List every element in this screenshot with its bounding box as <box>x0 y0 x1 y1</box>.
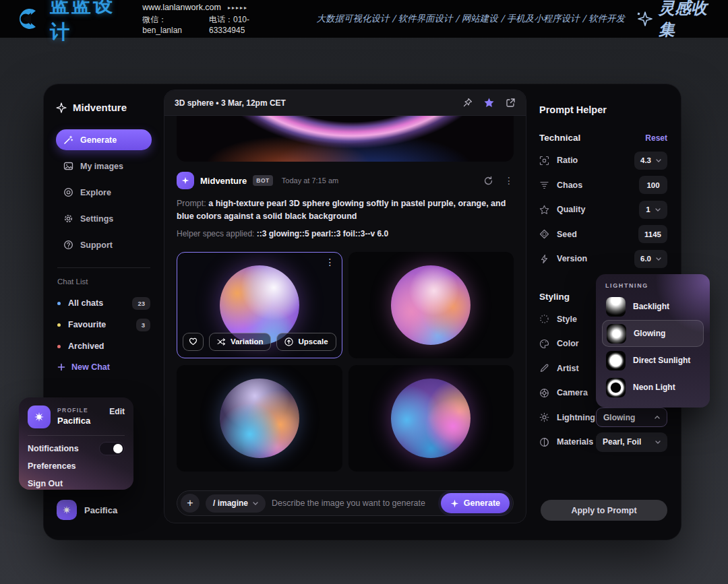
quality-value: 1 <box>646 205 650 214</box>
row-label: Color <box>557 339 579 348</box>
bot-avatar <box>177 172 194 189</box>
direct-sunlight-thumbnail <box>606 351 626 370</box>
regenerate-icon[interactable] <box>483 176 493 186</box>
preferences-item[interactable]: Preferences <box>28 457 125 475</box>
new-chat-button[interactable]: New Chat <box>56 362 152 372</box>
row-label: Lightning <box>557 413 595 422</box>
prompt-label: Prompt: <box>177 199 206 208</box>
profile-divider <box>28 435 125 436</box>
option-label: Backlight <box>633 302 669 311</box>
profile-edit-button[interactable]: Edit <box>109 407 125 416</box>
site-phone: 电话：010-63334945 <box>209 14 277 35</box>
sidebar-item-settings[interactable]: Settings <box>56 208 152 229</box>
result-image-1[interactable]: ⋮ Variation <box>177 252 342 358</box>
sun-icon <box>539 412 549 422</box>
favourite-star-icon[interactable] <box>483 97 495 108</box>
bot-sparkle-icon <box>181 176 189 185</box>
lightning-option-backlight[interactable]: Backlight <box>602 293 704 320</box>
sidebar-item-support[interactable]: Support <box>56 234 152 255</box>
chat-item-archived[interactable]: Archived <box>56 335 152 357</box>
version-select[interactable]: 6.0 <box>634 250 667 268</box>
sidebar-item-explore[interactable]: Explore <box>56 182 152 203</box>
styling-row-lightning: Lightning Glowing <box>539 405 667 430</box>
chat-count-badge: 23 <box>132 297 150 310</box>
prompt-input-placeholder[interactable]: Describe the image you want to generate <box>272 498 425 508</box>
version-value: 6.0 <box>640 255 651 263</box>
chaos-input[interactable]: 100 <box>639 176 667 194</box>
user-avatar <box>57 500 77 520</box>
chat-list-title: Chat List <box>57 278 152 286</box>
inspiration-collect[interactable]: 灵感收集 <box>636 0 715 40</box>
message-timestamp: Today at 7:15 am <box>282 176 338 185</box>
message-kebab-icon[interactable]: ⋮ <box>504 175 514 186</box>
imagine-command-dropdown[interactable]: / imagine <box>206 494 266 513</box>
chevron-down-icon <box>253 502 258 505</box>
chat-item-label: Archived <box>68 342 104 351</box>
starburst-icon <box>62 505 71 515</box>
upscale-arrow-icon <box>284 337 293 346</box>
chat-item-favourite[interactable]: Favourite 3 <box>56 314 152 335</box>
generate-button[interactable]: Generate <box>441 493 510 513</box>
lightning-value: Glowing <box>603 413 635 422</box>
seed-input[interactable]: 1145 <box>638 225 667 243</box>
reset-button[interactable]: Reset <box>645 133 667 143</box>
site-services: 大数据可视化设计 / 软件界面设计 / 网站建设 / 手机及小程序设计 / 软件… <box>316 13 625 25</box>
new-chat-label: New Chat <box>71 362 110 372</box>
technical-row-chaos: Chaos 100 <box>539 173 667 198</box>
seed-diamond-icon <box>539 229 549 239</box>
upscale-button[interactable]: Upscale <box>276 333 336 351</box>
attach-plus-button[interactable]: + <box>181 494 200 513</box>
bot-message: Midventure BOT Today at 7:15 am ⋮ Prompt… <box>164 162 526 244</box>
quality-star-icon <box>539 205 549 215</box>
favourite-button[interactable] <box>183 333 204 351</box>
site-url[interactable]: www.lanlanwork.com <box>142 3 221 12</box>
technical-row-quality: Quality 1 <box>539 197 667 222</box>
variation-button[interactable]: Variation <box>209 333 272 351</box>
heart-icon <box>189 337 198 346</box>
row-label: Artist <box>557 364 579 373</box>
lightning-option-neon-light[interactable]: Neon Light <box>602 374 704 401</box>
lightning-option-glowing[interactable]: Glowing <box>602 320 704 347</box>
apply-to-prompt-button[interactable]: Apply to Prompt <box>541 500 667 521</box>
bot-badge: BOT <box>253 175 272 186</box>
chat-item-all-chats[interactable]: All chats 23 <box>56 292 152 314</box>
materials-select[interactable]: Pearl, Foil <box>596 432 667 452</box>
result-image-3[interactable] <box>177 365 342 472</box>
sidebar-item-generate[interactable]: Generate <box>56 129 152 150</box>
chat-dot-yellow <box>57 323 61 327</box>
result-image-4[interactable] <box>348 365 514 472</box>
image-kebab-icon[interactable]: ⋮ <box>326 257 335 267</box>
chevron-down-icon <box>656 257 661 261</box>
nav-label: Generate <box>80 135 117 145</box>
seed-value: 1145 <box>644 230 661 238</box>
sidebar-user[interactable]: Pacifica <box>57 500 117 520</box>
quality-select[interactable]: 1 <box>639 201 667 219</box>
sidebar-item-my-images[interactable]: My images <box>56 156 152 176</box>
preferences-label: Preferences <box>28 461 76 471</box>
site-wechat: 微信：ben_lanlan <box>142 14 200 35</box>
lightning-dropdown-label: LIGHTNING <box>605 282 704 289</box>
style-dots-icon <box>539 314 549 324</box>
ratio-crop-icon <box>539 156 549 166</box>
sign-out-item[interactable]: Sign Out <box>28 475 125 492</box>
version-bolt-icon <box>539 254 549 264</box>
lightning-dropdown: LIGHTNING Backlight Glowing Direct Sunli… <box>596 274 710 408</box>
app-sparkle-icon <box>56 102 67 113</box>
notifications-toggle[interactable] <box>99 442 125 455</box>
app-name: Midventure <box>73 102 127 113</box>
lightning-option-direct-sunlight[interactable]: Direct Sunlight <box>602 347 704 374</box>
pin-icon[interactable] <box>462 98 473 108</box>
prompt-input-bar: + / imagine Describe the image you want … <box>177 490 514 516</box>
open-external-icon[interactable] <box>506 98 516 108</box>
profile-avatar <box>28 405 51 428</box>
sphere-image-bubble <box>391 379 471 458</box>
sphere-image-glass <box>220 379 299 458</box>
nav-label: Support <box>80 240 113 250</box>
lightning-select[interactable]: Glowing <box>596 408 667 427</box>
backlight-thumbnail <box>606 297 626 317</box>
ratio-select[interactable]: 4.3 <box>634 152 667 170</box>
chat-dot-blue <box>57 302 61 305</box>
hero-image-sphere-arcs[interactable] <box>177 116 514 162</box>
result-image-2[interactable] <box>348 252 514 358</box>
nav-label: My images <box>80 162 123 171</box>
